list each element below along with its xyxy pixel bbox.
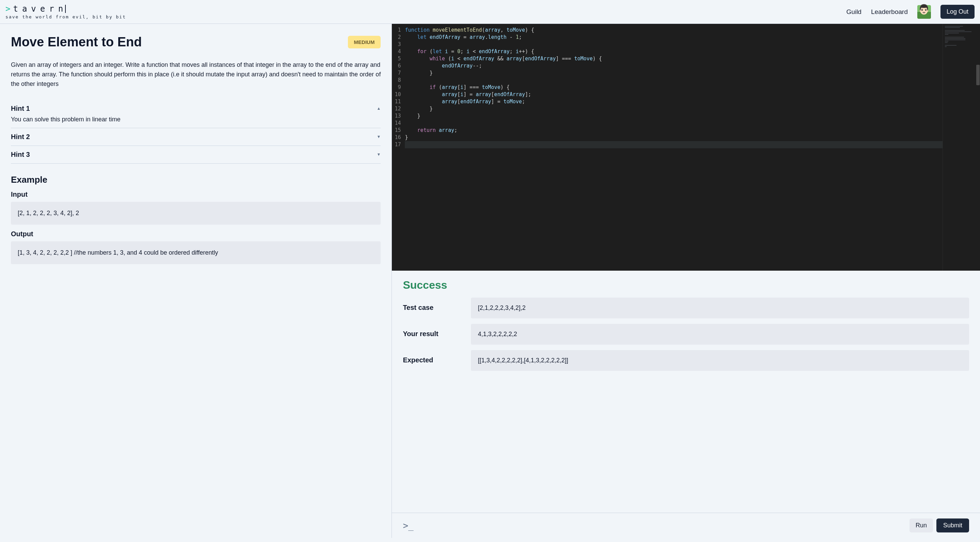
hint-header[interactable]: Hint 2▼ bbox=[11, 133, 380, 141]
hint-label: Hint 1 bbox=[11, 105, 30, 113]
status-heading: Success bbox=[403, 279, 969, 292]
result-label: Test case bbox=[403, 298, 450, 318]
avatar[interactable] bbox=[917, 5, 931, 19]
nav: Guild Leaderboard Log Out bbox=[846, 5, 975, 19]
nav-guild[interactable]: Guild bbox=[846, 8, 861, 16]
scrollbar[interactable] bbox=[975, 24, 980, 271]
nav-leaderboard[interactable]: Leaderboard bbox=[871, 8, 908, 16]
result-label: Your result bbox=[403, 324, 450, 344]
run-button[interactable]: Run bbox=[910, 518, 933, 532]
hint-body: You can solve this problem in linear tim… bbox=[11, 116, 380, 123]
results-panel: Success Test case[2,1,2,2,2,3,4,2],2Your… bbox=[392, 271, 980, 513]
code-area[interactable]: function moveElementToEnd(array, toMove)… bbox=[405, 24, 980, 271]
result-value: [2,1,2,2,2,3,4,2],2 bbox=[471, 298, 969, 318]
main: Move Element to End MEDIUM Given an arra… bbox=[0, 24, 980, 538]
code-editor[interactable]: 1234567891011121314151617 function moveE… bbox=[392, 24, 980, 271]
hint-label: Hint 2 bbox=[11, 133, 30, 141]
line-gutter: 1234567891011121314151617 bbox=[392, 24, 405, 271]
problem-description: Given an array of integers and an intege… bbox=[11, 61, 380, 89]
terminal-icon: >_ bbox=[403, 521, 413, 531]
hint-1: Hint 1▲You can solve this problem in lin… bbox=[11, 100, 380, 128]
chevron-up-icon: ▲ bbox=[377, 106, 381, 111]
logo[interactable]: > tavern bbox=[5, 4, 126, 14]
chevron-down-icon: ▼ bbox=[377, 134, 381, 139]
bottom-bar: >_ Run Submit bbox=[392, 513, 980, 538]
hint-2: Hint 2▼ bbox=[11, 128, 380, 146]
logo-section: > tavern save the world from evil, bit b… bbox=[5, 4, 126, 19]
output-label: Output bbox=[11, 230, 380, 238]
tagline: save the world from evil, bit by bit bbox=[5, 14, 126, 19]
header: > tavern save the world from evil, bit b… bbox=[0, 0, 980, 24]
input-label: Input bbox=[11, 191, 380, 198]
scrollbar-thumb[interactable] bbox=[976, 65, 980, 85]
problem-panel: Move Element to End MEDIUM Given an arra… bbox=[0, 24, 392, 538]
difficulty-badge: MEDIUM bbox=[348, 36, 381, 48]
minimap[interactable] bbox=[942, 24, 980, 271]
result-row: Expected[[1,3,4,2,2,2,2,2],[4,1,3,2,2,2,… bbox=[403, 350, 969, 371]
hint-3: Hint 3▼ bbox=[11, 146, 380, 164]
result-row: Your result4,1,3,2,2,2,2,2 bbox=[403, 324, 969, 344]
title-row: Move Element to End MEDIUM bbox=[11, 35, 380, 49]
action-buttons: Run Submit bbox=[910, 518, 969, 532]
logout-button[interactable]: Log Out bbox=[940, 5, 975, 19]
result-value: [[1,3,4,2,2,2,2,2],[4,1,3,2,2,2,2,2]] bbox=[471, 350, 969, 371]
cursor-icon bbox=[65, 5, 66, 13]
input-box: [2, 1, 2, 2, 2, 3, 4, 2], 2 bbox=[11, 202, 380, 225]
result-value: 4,1,3,2,2,2,2,2 bbox=[471, 324, 969, 344]
hint-header[interactable]: Hint 3▼ bbox=[11, 151, 380, 158]
result-label: Expected bbox=[403, 350, 450, 371]
logo-text: tavern bbox=[13, 4, 67, 14]
hint-header[interactable]: Hint 1▲ bbox=[11, 105, 380, 113]
prompt-icon: > bbox=[5, 4, 10, 14]
chevron-down-icon: ▼ bbox=[377, 152, 381, 157]
example-section: Example Input [2, 1, 2, 2, 2, 3, 4, 2], … bbox=[11, 175, 380, 264]
problem-title: Move Element to End bbox=[11, 35, 142, 49]
submit-button[interactable]: Submit bbox=[936, 518, 969, 532]
result-row: Test case[2,1,2,2,2,3,4,2],2 bbox=[403, 298, 969, 318]
example-heading: Example bbox=[11, 175, 380, 185]
hint-label: Hint 3 bbox=[11, 151, 30, 158]
right-panel: 1234567891011121314151617 function moveE… bbox=[392, 24, 980, 538]
output-box: [1, 3, 4, 2, 2, 2, 2,2 ] //the numbers 1… bbox=[11, 241, 380, 264]
